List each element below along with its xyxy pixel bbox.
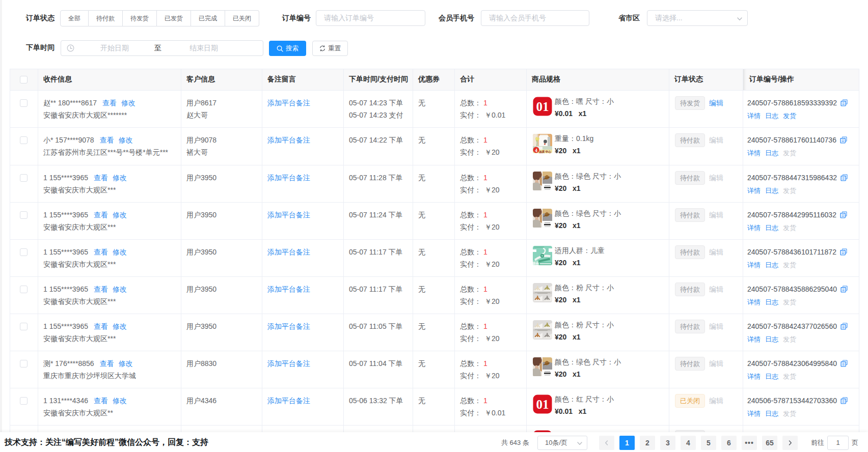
svg-text:组合: 组合 (533, 262, 539, 266)
svg-text:01: 01 (536, 100, 549, 114)
svg-text:4: 4 (535, 148, 537, 153)
svg-text:品质 中心: 品质 中心 (539, 150, 551, 153)
svg-text:01: 01 (536, 398, 549, 411)
